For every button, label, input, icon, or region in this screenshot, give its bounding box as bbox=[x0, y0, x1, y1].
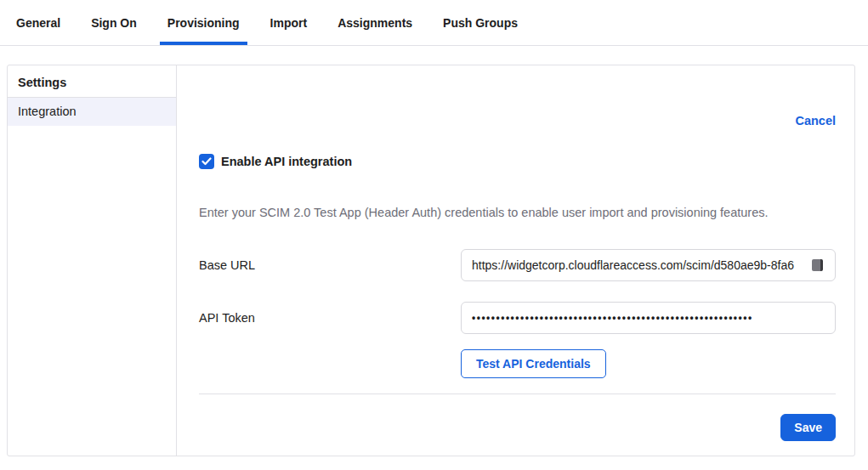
label-spacer bbox=[199, 349, 461, 378]
api-token-label: API Token bbox=[199, 311, 461, 325]
sidebar-item-integration[interactable]: Integration bbox=[8, 98, 176, 126]
cancel-button[interactable]: Cancel bbox=[795, 114, 836, 128]
save-row: Save bbox=[199, 414, 836, 441]
tab-general[interactable]: General bbox=[9, 0, 68, 45]
api-token-input[interactable] bbox=[461, 302, 836, 334]
base-url-row: Base URL bbox=[199, 249, 836, 281]
credentials-description: Enter your SCIM 2.0 Test App (Header Aut… bbox=[199, 207, 836, 219]
sidebar-header-settings: Settings bbox=[8, 65, 176, 98]
form-header-actions: Cancel bbox=[199, 114, 836, 128]
base-url-input-wrap bbox=[461, 249, 836, 281]
footer-divider bbox=[199, 394, 836, 394]
checkmark-icon bbox=[201, 157, 212, 166]
api-token-input-wrap bbox=[461, 302, 836, 334]
test-credentials-row: Test API Credentials bbox=[199, 349, 836, 378]
api-token-row: API Token bbox=[199, 302, 836, 334]
enable-api-integration-label: Enable API integration bbox=[221, 155, 352, 168]
base-url-label: Base URL bbox=[199, 258, 461, 272]
provisioning-panel: Settings Integration Cancel Enable API i… bbox=[7, 65, 855, 456]
test-api-credentials-button[interactable]: Test API Credentials bbox=[461, 349, 606, 378]
save-button[interactable]: Save bbox=[780, 414, 836, 441]
tab-push-groups[interactable]: Push Groups bbox=[435, 0, 525, 45]
integration-settings-form: Cancel Enable API integration Enter your… bbox=[177, 65, 856, 456]
enable-api-integration-checkbox[interactable] bbox=[199, 154, 214, 169]
tab-sign-on[interactable]: Sign On bbox=[83, 0, 145, 45]
base-url-input[interactable] bbox=[461, 249, 836, 281]
enable-api-integration-row: Enable API integration bbox=[199, 154, 836, 169]
settings-sidebar: Settings Integration bbox=[8, 65, 177, 456]
tab-provisioning[interactable]: Provisioning bbox=[160, 0, 247, 45]
tab-assignments[interactable]: Assignments bbox=[330, 0, 420, 45]
app-tab-bar: General Sign On Provisioning Import Assi… bbox=[0, 0, 868, 46]
tab-import[interactable]: Import bbox=[263, 0, 315, 45]
